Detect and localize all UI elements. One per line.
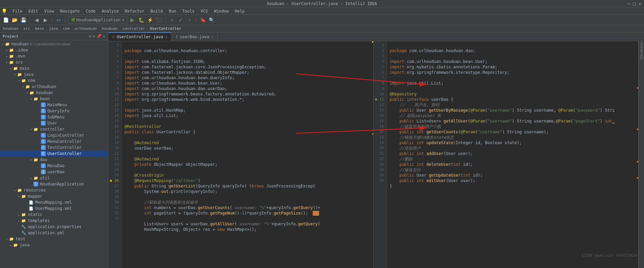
menu-tools[interactable]: Tools [180, 8, 197, 14]
tree-userdao[interactable]: I userDao [0, 169, 108, 175]
breadcrumb-java[interactable]: java [49, 26, 58, 31]
tree-templates[interactable]: ▸ 📁 templates [0, 218, 108, 224]
menu-analyze[interactable]: Analyze [99, 8, 121, 14]
run-btn[interactable]: ▶ [129, 16, 136, 24]
tree-queryinfo[interactable]: C QueryInfo [0, 108, 108, 114]
breadcrumb-usercontroller[interactable]: UserController [150, 26, 181, 31]
menu-run[interactable]: Run [166, 8, 179, 14]
close-btn[interactable]: ✕ [639, 1, 641, 6]
menu-edit[interactable]: Edit [26, 8, 41, 14]
toolbar-save-btn[interactable]: 💾 [20, 16, 27, 24]
tree-test[interactable]: ▾ 📁 test [0, 236, 108, 242]
tab-userdao[interactable]: I userDao.java ✕ [172, 32, 218, 41]
tree-util-folder[interactable]: ▸ 📁 util [0, 175, 108, 181]
tree-menudao[interactable]: C MenuDao [0, 163, 108, 169]
tree-java[interactable]: ▾ 📁 java [0, 71, 108, 77]
breadcrumb-urlhouduan[interactable]: urlhouduan [74, 26, 97, 31]
toolbar-push-btn[interactable]: ↑ [186, 16, 193, 24]
toolbar-commit-btn[interactable]: ✓ [177, 16, 184, 24]
editor-scroll-left[interactable]: 1 2 3 4 5 6 7 8 9 10 11 12 13 [108, 41, 373, 268]
breadcrumb-com[interactable]: com [63, 26, 70, 31]
stop-btn[interactable]: ⬛ [155, 16, 162, 24]
menu-window[interactable]: Window [211, 8, 231, 14]
tree-usermapping[interactable]: 📄 UserMapping.xml [0, 205, 108, 211]
tree-arrow: ▸ [17, 219, 21, 223]
window-controls[interactable]: ─ □ ✕ [627, 1, 641, 6]
menu-navigate[interactable]: Navigate [58, 8, 83, 14]
toolbar-undo-btn[interactable]: ↩ [55, 16, 62, 24]
tree-dao-folder[interactable]: ▾ 📁 dao [0, 157, 108, 163]
tree-main[interactable]: ▾ 📁 main [0, 65, 108, 71]
tree-label: mapper [28, 194, 42, 199]
menu-build[interactable]: Build [148, 8, 165, 14]
tree-usercontroller[interactable]: C UserController [0, 151, 108, 157]
sidebar-header-icons: ⚙ ≡ 📌 ✕ [89, 34, 105, 39]
profile-btn[interactable]: ⚡ [146, 16, 154, 24]
menu-help[interactable]: Help [232, 8, 247, 14]
tree-logincontroller[interactable]: C LoginController [0, 132, 108, 138]
tree-mainmenu[interactable]: C MainMenu [0, 102, 108, 108]
java-folder-icon: 📁 [13, 242, 18, 248]
menu-refactor[interactable]: Refactor [122, 8, 147, 14]
code-content-left[interactable]: package com.urlhouduan.houduan.controlle… [122, 41, 373, 268]
tree-com[interactable]: ▾ 📁 com [0, 77, 108, 84]
toolbar-back-btn[interactable]: ◀ [33, 16, 40, 24]
tree-resources[interactable]: ▾ 📁 resources [0, 187, 108, 193]
breadcrumb-src[interactable]: src [23, 26, 30, 31]
tree-controller-folder[interactable]: ▾ 📁 controller [0, 126, 108, 132]
class-icon: C [41, 114, 46, 120]
breadcrumb-houduan2[interactable]: houduan [102, 26, 117, 31]
code-content-right[interactable]: package com.urlhouduan.houduan.dao; impo… [387, 41, 639, 268]
tab-close-icon[interactable]: ✕ [165, 35, 167, 39]
toolbar-bookmark-btn[interactable]: 🔖 [199, 16, 206, 24]
minimize-btn[interactable]: ─ [627, 1, 630, 6]
tree-src[interactable]: ▾ 📁 src [0, 59, 108, 65]
sidebar-settings-icon[interactable]: ⚙ [89, 34, 91, 39]
tree-urlhouduan[interactable]: ▾ 📁 urlhouduan [0, 84, 108, 90]
tab-close-btn[interactable]: ✕ [211, 35, 213, 39]
tree-root-houduan[interactable]: ▾ 📁 houduan D:\javadcode\houduan [0, 41, 108, 47]
gutter-marker-1 [372, 41, 373, 43]
right-panel: Database [639, 41, 644, 268]
tree-arrow: ▾ [29, 97, 33, 101]
tree-menumapping[interactable]: 📄 MenuMapping.xml [0, 199, 108, 205]
debug-btn[interactable]: 🐛 [137, 16, 145, 24]
toolbar-new-btn[interactable]: 📄 [2, 16, 9, 24]
tree-mvn[interactable]: ▸ 📁 .mvn [0, 53, 108, 59]
menu-view[interactable]: View [42, 8, 57, 14]
sidebar-collapse-icon[interactable]: ≡ [93, 34, 95, 39]
tree-label: src [16, 60, 23, 65]
tree-houduanapplication[interactable]: C HouduanApplication [0, 181, 108, 187]
tree-bean[interactable]: ▾ 📁 bean [0, 96, 108, 102]
tree-idea[interactable]: ▸ 📁 .idea [0, 47, 108, 53]
toolbar-find-btn[interactable]: 🔍 [208, 16, 215, 24]
tree-mapper[interactable]: ▾ 📁 mapper [0, 193, 108, 199]
tree-menucontroller[interactable]: C MenuController [0, 138, 108, 144]
menu-file[interactable]: File [10, 8, 25, 14]
tree-appyml[interactable]: 🔧 application.yml [0, 230, 108, 236]
toolbar-sep-3 [65, 17, 65, 23]
run-config-selector[interactable]: 🌿 HouduanApplication ▾ [68, 16, 127, 24]
tree-submenu[interactable]: C SubMenu [0, 114, 108, 120]
breadcrumb-main[interactable]: main [35, 26, 44, 31]
tree-houduan[interactable]: ▾ 📁 houduan [0, 90, 108, 96]
toolbar-git-btn[interactable]: ⑃ [168, 16, 176, 24]
maximize-btn[interactable]: □ [633, 1, 636, 6]
tree-test-java[interactable]: ▸ 📁 java [0, 242, 108, 248]
sidebar-close-icon[interactable]: ✕ [103, 34, 105, 39]
tree-static[interactable]: ▸ 📁 static [0, 211, 108, 218]
tab-usercontroller[interactable]: C UserController.java ✕ [108, 32, 172, 41]
breadcrumb-controller[interactable]: controller [123, 26, 145, 31]
sidebar-pin-icon[interactable]: 📌 [96, 34, 102, 39]
editor-scroll-right[interactable]: 1 2 3 4 5 6 7 8 9 10 ● 11 12 13 [374, 41, 639, 268]
tree-testcontroller[interactable]: C TestController [0, 144, 108, 151]
menu-code[interactable]: Code [83, 8, 98, 14]
breadcrumb-houduan[interactable]: houduan [3, 26, 18, 31]
tree-label-templates: templates [28, 218, 50, 223]
menu-vcs[interactable]: VCS [198, 8, 211, 14]
database-label[interactable]: Database [640, 43, 643, 59]
toolbar-open-btn[interactable]: 📂 [11, 16, 18, 24]
tree-appprops[interactable]: 🔧 application.properties [0, 224, 108, 230]
toolbar-forward-btn[interactable]: ▶ [42, 16, 49, 24]
tree-user-bean[interactable]: C User [0, 120, 108, 126]
